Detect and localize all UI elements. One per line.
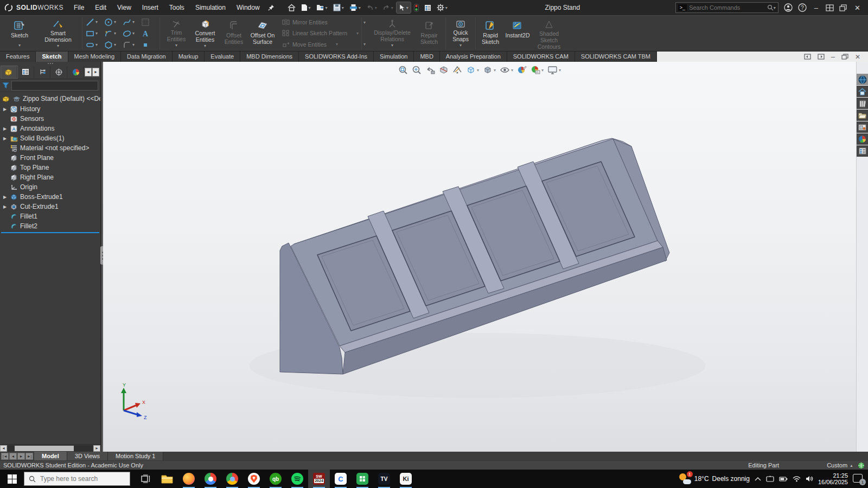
filter-funnel-icon[interactable] bbox=[2, 82, 9, 89]
tree-item-origin[interactable]: Origin bbox=[0, 182, 100, 192]
options-gear-button[interactable]: ▾ bbox=[435, 2, 450, 13]
search-caret-icon[interactable]: ▾ bbox=[774, 5, 776, 10]
tree-filter-input[interactable] bbox=[11, 81, 98, 91]
notification-center-icon[interactable]: 1 bbox=[853, 474, 864, 484]
design-library-icon[interactable] bbox=[857, 98, 868, 109]
undo-button[interactable]: ▾ bbox=[364, 3, 379, 13]
instant2d-button[interactable]: Instant2D bbox=[502, 17, 533, 50]
doc-close-icon[interactable]: ✕ bbox=[855, 53, 860, 61]
restore-icon[interactable] bbox=[839, 4, 847, 11]
start-button[interactable] bbox=[0, 470, 24, 488]
tree-item-fillet1[interactable]: Fillet1 bbox=[0, 211, 100, 221]
slot-tool[interactable]: ▾ bbox=[84, 41, 103, 49]
green-grid-app-icon[interactable] bbox=[352, 470, 373, 488]
scrollbar-thumb[interactable] bbox=[15, 446, 74, 451]
menu-file[interactable]: File bbox=[69, 2, 89, 14]
menu-simulation[interactable]: Simulation bbox=[190, 2, 231, 14]
rollback-bar[interactable] bbox=[1, 232, 99, 233]
taskbar-search-input[interactable] bbox=[40, 475, 125, 483]
tree-item-annotations[interactable]: ▶ A Annotations bbox=[0, 124, 100, 133]
tab-features[interactable]: Features bbox=[0, 52, 36, 62]
window-layout-icon[interactable] bbox=[826, 4, 834, 11]
scroll-left-icon[interactable]: ◄ bbox=[0, 445, 7, 452]
tab-mesh-modeling[interactable]: Mesh Modeling bbox=[68, 52, 122, 62]
select-tool-button[interactable]: ▾ bbox=[397, 2, 411, 13]
firefox-icon[interactable] bbox=[178, 470, 200, 488]
expand-arrow-icon[interactable]: ▶ bbox=[2, 195, 8, 200]
close-icon[interactable]: ✕ bbox=[852, 4, 863, 12]
tree-item-top-plane[interactable]: Top Plane bbox=[0, 163, 100, 172]
taskbar-search-box[interactable] bbox=[24, 472, 130, 486]
tab-markup[interactable]: Markup bbox=[173, 52, 205, 62]
tags-globe-icon[interactable] bbox=[858, 462, 865, 469]
brave-icon[interactable] bbox=[243, 470, 265, 488]
clock-widget[interactable]: 21:25 16/06/2025 bbox=[818, 472, 848, 485]
circle-tool[interactable]: ▾ bbox=[103, 18, 121, 27]
menu-edit[interactable]: Edit bbox=[90, 2, 111, 14]
save-button[interactable]: ▾ bbox=[331, 2, 346, 13]
quickbooks-icon[interactable]: qb bbox=[265, 470, 286, 488]
text-tool[interactable]: A bbox=[139, 29, 158, 38]
tree-item-cut-extrude1[interactable]: ▶ Cut-Extrude1 bbox=[0, 202, 100, 211]
expand-arrow-icon[interactable]: ▶ bbox=[2, 107, 8, 112]
offset-on-surface-button[interactable]: Offset On Surface bbox=[247, 17, 278, 50]
menu-view[interactable]: View bbox=[112, 2, 136, 14]
weather-widget[interactable]: 1 18°C Deels zonnig bbox=[679, 473, 750, 484]
tab-dimxpertmanager[interactable] bbox=[51, 66, 67, 78]
scroll-right-icon[interactable]: ► bbox=[93, 445, 100, 452]
graphics-viewport[interactable]: ▾ ▾ ▾ ▾ ▾ bbox=[103, 62, 856, 452]
help-icon[interactable]: ? bbox=[798, 3, 807, 12]
panel-tab-scroll-right[interactable]: ► bbox=[92, 68, 99, 76]
tab-model[interactable]: Model bbox=[34, 452, 67, 460]
hidden-icons-chevron[interactable] bbox=[755, 477, 761, 481]
home-button[interactable] bbox=[285, 2, 298, 13]
minimize-icon[interactable]: – bbox=[812, 4, 820, 12]
tab-solidworks-cam[interactable]: SOLIDWORKS CAM bbox=[507, 52, 575, 62]
tree-item-boss-extrude1[interactable]: ▶ Boss-Extrude1 bbox=[0, 192, 100, 202]
expand-arrow-icon[interactable]: ▶ bbox=[2, 126, 8, 131]
repair-sketch-button[interactable]: Repair Sketch bbox=[416, 17, 443, 50]
new-document-button[interactable]: ▾ bbox=[299, 2, 313, 13]
tab-simulation[interactable]: Simulation bbox=[374, 52, 414, 62]
tradingview-icon[interactable]: TV bbox=[373, 470, 395, 488]
rectangle-tool[interactable]: ▾ bbox=[84, 29, 103, 38]
spline-tool[interactable]: ▾ bbox=[121, 18, 139, 27]
tab-3d-views[interactable]: 3D Views bbox=[67, 452, 108, 460]
trim-entities-button[interactable]: Trim Entities ▾ bbox=[163, 17, 190, 50]
tab-mbd-dimensions[interactable]: MBD Dimensions bbox=[240, 52, 299, 62]
tab-mbd[interactable]: MBD bbox=[414, 52, 439, 62]
custom-properties-icon[interactable] bbox=[857, 145, 868, 157]
home-tab-icon[interactable] bbox=[857, 86, 868, 97]
tab-propertymanager[interactable] bbox=[18, 66, 34, 78]
offset-entities-button[interactable]: Offset Entities bbox=[220, 17, 247, 50]
sketch-fillet-tool[interactable]: ▾ bbox=[121, 41, 139, 49]
print-button[interactable]: ▾ bbox=[347, 2, 363, 13]
task-view-button[interactable] bbox=[135, 470, 156, 488]
chrome-icon[interactable] bbox=[200, 470, 221, 488]
linear-sketch-pattern-button[interactable]: Linear Sketch Pattern▾ bbox=[282, 30, 359, 36]
kicad-icon[interactable]: Ki bbox=[395, 470, 417, 488]
rebuild-button[interactable] bbox=[412, 2, 421, 14]
tab-evaluate[interactable]: Evaluate bbox=[205, 52, 240, 62]
tab-data-migration[interactable]: Data Migration bbox=[121, 52, 173, 62]
doc-restore-icon[interactable] bbox=[841, 54, 848, 60]
view-palette-icon[interactable] bbox=[857, 121, 868, 133]
ellipse-tool[interactable]: ▾ bbox=[121, 29, 139, 38]
tab-nav-next-icon[interactable]: ► bbox=[17, 453, 25, 460]
tree-horizontal-scrollbar[interactable]: ◄ ► bbox=[0, 444, 100, 452]
tree-item-right-plane[interactable]: Right Plane bbox=[0, 172, 100, 182]
menu-insert[interactable]: Insert bbox=[137, 2, 163, 14]
tab-analysis-preparation[interactable]: Analysis Preparation bbox=[440, 52, 507, 62]
open-document-button[interactable]: ▾ bbox=[314, 2, 330, 13]
point-tool[interactable] bbox=[139, 41, 158, 49]
chrome-profile2-icon[interactable] bbox=[221, 470, 243, 488]
group-overflow-arrows[interactable]: ▾▾ bbox=[362, 16, 367, 51]
volume-icon[interactable] bbox=[806, 476, 813, 482]
solidworks-taskbar-icon[interactable]: SW 2024 bbox=[308, 470, 330, 488]
sketch-picture-tool[interactable] bbox=[139, 18, 158, 27]
collapse-pane-left-icon[interactable] bbox=[804, 54, 811, 60]
tree-item-material[interactable]: Material <not specified> bbox=[0, 143, 100, 153]
convert-entities-button[interactable]: Convert Entities ▾ bbox=[190, 17, 220, 50]
pin-menu-icon[interactable] bbox=[268, 4, 275, 11]
line-tool[interactable]: ▾ bbox=[84, 18, 103, 27]
